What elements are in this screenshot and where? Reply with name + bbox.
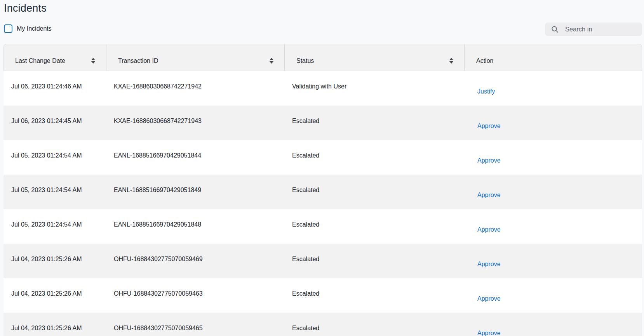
cell-action: Approve — [464, 244, 642, 278]
action-link[interactable]: Justify — [477, 88, 495, 95]
action-link[interactable]: Approve — [477, 226, 501, 233]
column-header-status[interactable]: Status — [284, 44, 464, 71]
column-header-last-change-date[interactable]: Last Change Date — [3, 44, 106, 71]
cell-last-change-date: Jul 06, 2023 01:24:45 AM — [3, 106, 106, 140]
cell-transaction-id: EANL-16885166970429051844 — [106, 140, 284, 175]
cell-transaction-id: EANL-16885166970429051848 — [106, 209, 284, 244]
my-incidents-checkbox[interactable] — [4, 24, 12, 33]
cell-transaction-id: KXAE-16886030668742271942 — [106, 71, 284, 106]
column-label: Transaction ID — [118, 57, 158, 64]
column-label: Action — [476, 57, 493, 64]
table-row: Jul 04, 2023 01:25:26 AM OHFU-1688430277… — [3, 313, 642, 336]
cell-transaction-id: OHFU-16884302775070059465 — [106, 313, 284, 336]
table-row: Jul 06, 2023 01:24:46 AM KXAE-1688603066… — [3, 71, 642, 106]
cell-status: Escalated — [284, 278, 464, 313]
action-link[interactable]: Approve — [477, 123, 501, 130]
cell-status: Escalated — [284, 209, 464, 244]
column-label: Status — [296, 57, 314, 64]
table-header: Last Change Date Transaction ID Status A… — [3, 44, 642, 71]
cell-last-change-date: Jul 04, 2023 01:25:26 AM — [3, 313, 106, 336]
cell-action: Approve — [464, 106, 642, 140]
table-row: Jul 05, 2023 01:24:54 AM EANL-1688516697… — [3, 140, 642, 175]
table-row: Jul 05, 2023 01:24:54 AM EANL-1688516697… — [3, 175, 642, 209]
column-label: Last Change Date — [15, 57, 65, 64]
cell-status: Validating with User — [284, 71, 464, 106]
sort-icon — [270, 58, 273, 64]
cell-last-change-date: Jul 05, 2023 01:24:54 AM — [3, 175, 106, 209]
table-body: Jul 06, 2023 01:24:46 AM KXAE-1688603066… — [3, 71, 642, 336]
my-incidents-label: My Incidents — [17, 25, 52, 32]
cell-last-change-date: Jul 04, 2023 01:25:26 AM — [3, 244, 106, 278]
action-link[interactable]: Approve — [477, 157, 501, 164]
cell-transaction-id: EANL-16885166970429051849 — [106, 175, 284, 209]
cell-transaction-id: OHFU-16884302775070059469 — [106, 244, 284, 278]
table-row: Jul 04, 2023 01:25:26 AM OHFU-1688430277… — [3, 278, 642, 313]
cell-action: Approve — [464, 313, 642, 336]
table-row: Jul 06, 2023 01:24:45 AM KXAE-1688603066… — [3, 106, 642, 140]
cell-action: Justify — [464, 71, 642, 106]
cell-action: Approve — [464, 140, 642, 175]
table-row: Jul 05, 2023 01:24:54 AM EANL-1688516697… — [3, 209, 642, 244]
cell-transaction-id: KXAE-16886030668742271943 — [106, 106, 284, 140]
cell-status: Escalated — [284, 244, 464, 278]
search-box — [545, 23, 642, 36]
sort-icon — [91, 58, 95, 64]
cell-last-change-date: Jul 05, 2023 01:24:54 AM — [3, 140, 106, 175]
table-row: Jul 04, 2023 01:25:26 AM OHFU-1688430277… — [3, 244, 642, 278]
cell-last-change-date: Jul 05, 2023 01:24:54 AM — [3, 209, 106, 244]
cell-last-change-date: Jul 06, 2023 01:24:46 AM — [3, 71, 106, 106]
sort-icon — [449, 58, 453, 64]
cell-status: Escalated — [284, 175, 464, 209]
incidents-table: Last Change Date Transaction ID Status A… — [3, 44, 642, 336]
cell-action: Approve — [464, 278, 642, 313]
cell-status: Escalated — [284, 140, 464, 175]
page-title: Incidents — [4, 2, 47, 14]
action-link[interactable]: Approve — [477, 192, 501, 199]
cell-status: Escalated — [284, 106, 464, 140]
my-incidents-filter: My Incidents — [4, 24, 52, 33]
action-link[interactable]: Approve — [477, 295, 501, 302]
cell-last-change-date: Jul 04, 2023 01:25:26 AM — [3, 278, 106, 313]
action-link[interactable]: Approve — [477, 261, 501, 268]
cell-action: Approve — [464, 175, 642, 209]
cell-status: Escalated — [284, 313, 464, 336]
cell-transaction-id: OHFU-16884302775070059463 — [106, 278, 284, 313]
column-header-action: Action — [464, 44, 642, 71]
action-link[interactable]: Approve — [477, 330, 501, 336]
column-header-transaction-id[interactable]: Transaction ID — [106, 44, 284, 71]
search-input[interactable] — [545, 23, 642, 36]
cell-action: Approve — [464, 209, 642, 244]
